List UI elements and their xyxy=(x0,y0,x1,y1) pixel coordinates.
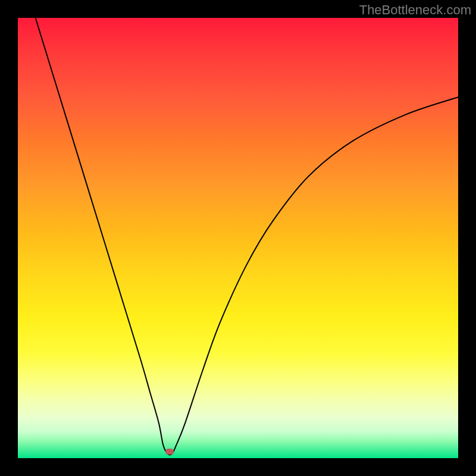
bottleneck-curve xyxy=(18,18,458,458)
watermark-text: TheBottleneck.com xyxy=(359,2,471,18)
optimum-marker xyxy=(165,449,174,455)
plot-area xyxy=(18,18,458,458)
chart-frame: TheBottleneck.com xyxy=(0,0,476,476)
